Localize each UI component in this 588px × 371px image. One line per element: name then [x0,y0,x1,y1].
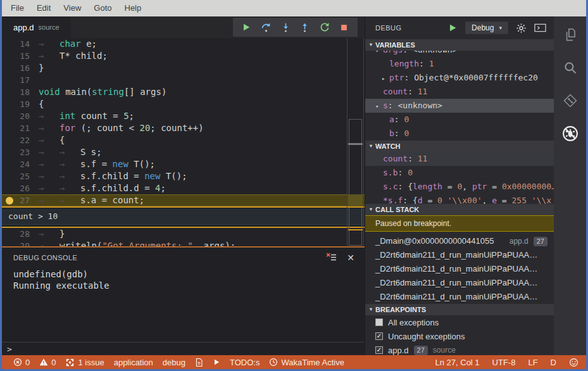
line-number-gutter[interactable]: 15 [2,50,30,62]
code-text[interactable]: →} [39,229,65,239]
start-debug-button[interactable] [447,23,458,33]
stop-button[interactable] [337,20,352,35]
checkbox[interactable]: ✓ [375,332,383,340]
variable-row-length[interactable]: length: 1 [365,57,554,71]
menu-item-file[interactable]: File [4,0,30,16]
code-text[interactable]: →→s.a = count; [39,195,144,205]
watch-row-count[interactable]: count: 11 [365,152,554,166]
code-text[interactable]: →T* child; [39,51,108,61]
line-number-gutter[interactable]: 29 [2,240,30,246]
status-0[interactable]: 0 [13,358,30,367]
expand-icon[interactable]: ▸ [382,72,389,85]
open-debug-console-button[interactable] [534,23,546,32]
step-out-button[interactable] [297,20,313,35]
close-panel-button[interactable]: ✕ [347,253,354,262]
breakpoints-section-header[interactable]: ▾ BREAKPOINTS [365,304,554,315]
code-text[interactable]: →→s.f = new T(); [39,159,155,169]
code-text[interactable]: →→s.f.child.d = 4; [39,183,166,193]
tab-app-d[interactable]: app.d source [2,16,71,38]
line-number-gutter[interactable]: 16 [2,62,30,74]
breakpoint-item-uncaught-exceptions[interactable]: ✓Uncaught exceptions [365,329,554,343]
code-text[interactable]: →→s.f.child = new T(); [39,171,187,181]
clear-console-button[interactable] [326,253,337,262]
code-text[interactable]: →writeln("Got Arguments: ", args); [39,241,235,246]
call-stack-frame-3[interactable]: _D2rt6dmain211_d_run_mainUiPPaPUAA… [365,276,554,290]
status-play[interactable] [213,358,220,366]
line-number-gutter[interactable]: 18 [2,86,30,98]
status-utf-8[interactable]: UTF-8 [492,358,516,367]
step-into-button[interactable] [278,20,293,35]
variable-row-a[interactable]: a: 0 [365,113,554,127]
continue-button[interactable] [239,20,254,35]
variable-row-s[interactable]: ▾s: <unknown> [365,99,554,113]
configure-gear-button[interactable] [516,23,527,34]
line-number-gutter[interactable]: 28 [2,228,30,240]
debug-config-dropdown[interactable]: Debug ▾ [465,22,508,34]
status-d[interactable]: D [551,358,556,367]
menu-item-view[interactable]: View [57,0,87,16]
call-stack-frame-0[interactable]: _Dmain@0x0000000000441055app.d27 [365,234,554,248]
line-number-gutter[interactable]: 17 [2,74,30,86]
line-number-gutter[interactable]: 22 [2,134,30,146]
checkbox[interactable]: ✓ [375,346,383,354]
menu-item-goto[interactable]: Goto [87,0,118,16]
code-text[interactable]: →char e; [39,39,97,49]
code-text[interactable]: →int count = 5; [39,111,134,121]
breakpoint-icon[interactable] [6,197,13,204]
code-text[interactable]: } [39,63,44,73]
variable-row-count[interactable]: count: 11 [365,85,554,99]
status-1-issue[interactable]: 1 issue [65,358,104,367]
code-text[interactable]: void main(string[] args) [39,87,166,97]
status-debug[interactable]: debug [163,358,185,367]
watch-section-header[interactable]: ▾ WATCH [365,141,554,152]
restart-button[interactable] [317,20,332,35]
activity-search-button[interactable] [561,58,580,77]
code-text[interactable]: →for (; count < 20; count++) [39,123,204,133]
activity-debug-button[interactable] [561,124,580,143]
variable-row-args[interactable]: ▾args: <unknown> [365,51,554,57]
code-text[interactable]: →→S s; [39,147,102,157]
variable-row-b[interactable]: b: 0 [365,127,554,141]
status-ln-27-col-1[interactable]: Ln 27, Col 1 [435,358,479,367]
collapse-icon[interactable]: ▾ [375,51,383,57]
breakpoint-condition-input[interactable]: count > 10 [2,209,365,225]
scrollbar-slider[interactable] [349,119,362,246]
breakpoint-item-all-exceptions[interactable]: All exceptions [365,315,554,329]
status-lf[interactable]: LF [528,358,537,367]
variable-row-ptr[interactable]: ▸ptr: Object@*0x00007ffffffec20 [365,71,554,85]
call-stack-frame-1[interactable]: _D2rt6dmain211_d_run_mainUiPPaPUAA… [365,248,554,262]
collapse-icon[interactable]: ▾ [375,99,383,113]
activity-git-button[interactable] [561,91,580,110]
watch-row-s-c[interactable]: s.c: {length = 0, ptr = 0x00000000… [365,180,554,194]
call-stack-frame-2[interactable]: _D2rt6dmain211_d_run_mainUiPPaPUAA… [365,262,554,276]
status-0[interactable]: 0 [39,358,56,367]
variables-section-header[interactable]: ▾ VARIABLES [365,39,554,51]
editor-scrollbar[interactable] [347,38,364,246]
activity-files-button[interactable] [561,25,580,44]
call-stack-frame-4[interactable]: _D2rt6dmain211_d_run_mainUiPPaPUAA… [365,290,554,304]
debug-console-input[interactable]: > [2,342,365,355]
step-over-button[interactable] [258,20,273,35]
breakpoint-item-app-d[interactable]: ✓app.d27source [365,343,554,355]
line-number-gutter[interactable]: 21 [2,122,30,134]
checkbox[interactable] [375,318,383,326]
status-smiley[interactable] [569,358,579,367]
menu-item-edit[interactable]: Edit [30,0,57,16]
line-number-gutter[interactable]: 23 [2,146,30,158]
code-text[interactable]: →{ [39,135,65,145]
line-number-gutter[interactable]: 20 [2,110,30,122]
call-stack-section-header[interactable]: ▾ CALL STACK [365,204,554,215]
menu-item-help[interactable]: Help [118,0,148,16]
line-number-gutter[interactable]: 19 [2,98,30,110]
status-application[interactable]: application [114,358,153,367]
status-wakatime-active[interactable]: WakaTime Active [269,358,344,367]
watch-row-s-b[interactable]: s.b: 0 [365,166,554,180]
line-number-gutter[interactable]: 25 [2,170,30,182]
line-number-gutter[interactable]: 24 [2,158,30,170]
line-number-gutter[interactable]: 14 [2,38,30,50]
status-todo-s[interactable]: TODO:s [230,358,260,367]
status-file[interactable] [195,358,203,367]
code-text[interactable]: { [39,99,44,109]
line-number-gutter[interactable]: 26 [2,182,30,194]
watch-row-s-f[interactable]: *s.f: {d = 0 '\\x00', e = 255 '\\x [365,194,554,204]
